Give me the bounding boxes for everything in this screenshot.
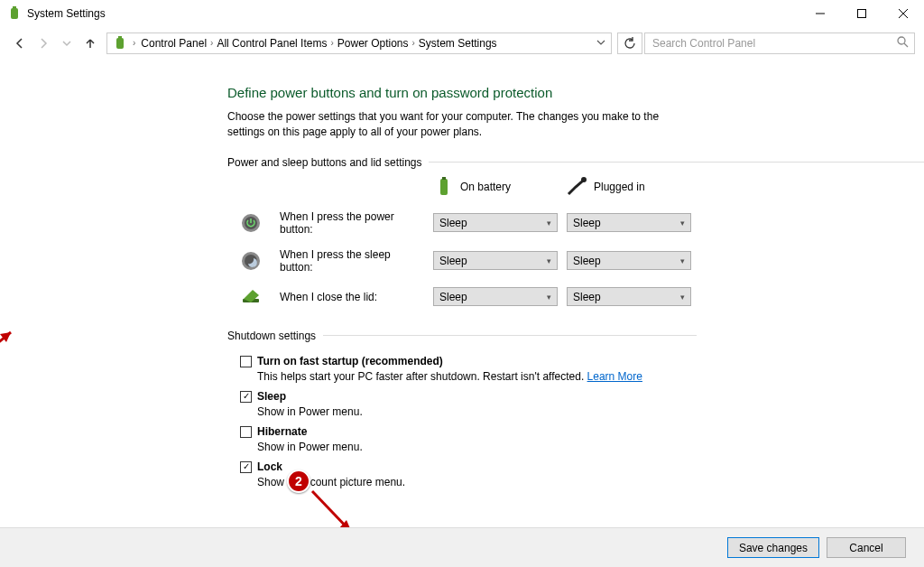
forward-button[interactable] (32, 33, 54, 54)
sleep-button-icon (240, 250, 262, 272)
search-input[interactable] (651, 36, 909, 51)
col-on-battery: On battery (460, 181, 511, 193)
plug-icon (567, 176, 588, 198)
power-plan-icon (113, 36, 127, 51)
svg-line-9 (904, 43, 908, 47)
breadcrumb[interactable]: System Settings (419, 37, 497, 50)
breadcrumb[interactable]: All Control Panel Items (217, 37, 327, 50)
up-button[interactable] (79, 33, 101, 54)
chevron-down-icon: ▾ (680, 218, 685, 228)
svg-point-12 (581, 177, 587, 182)
lid-icon (240, 286, 262, 308)
search-icon (897, 36, 909, 51)
page-heading: Define power buttons and turn on passwor… (227, 85, 924, 100)
power-button-battery-select[interactable]: Sleep▾ (433, 213, 558, 232)
hibernate-checkbox[interactable] (240, 426, 252, 438)
svg-rect-3 (858, 10, 866, 18)
back-button[interactable] (9, 33, 31, 54)
search-box[interactable] (644, 33, 915, 54)
power-button-plugged-select[interactable]: Sleep▾ (567, 213, 691, 232)
hibernate-desc: Show in Power menu. (257, 441, 924, 453)
svg-rect-6 (116, 38, 124, 49)
chevron-down-icon[interactable] (596, 37, 605, 50)
breadcrumb[interactable]: Control Panel (141, 37, 207, 50)
close-lid-plugged-select[interactable]: Sleep▾ (567, 287, 691, 306)
svg-rect-0 (11, 8, 18, 19)
svg-marker-19 (0, 332, 11, 342)
chevron-down-icon: ▾ (680, 293, 685, 302)
sleep-checkbox[interactable] (240, 391, 252, 403)
power-plan-icon (7, 6, 22, 21)
save-changes-button[interactable]: Save changes (727, 537, 819, 558)
svg-rect-1 (13, 6, 16, 9)
recent-locations-button[interactable] (56, 33, 78, 54)
lock-desc: Show in account picture menu. (257, 476, 924, 488)
sleep-button-plugged-select[interactable]: Sleep▾ (567, 251, 691, 270)
refresh-button[interactable] (617, 33, 642, 54)
lock-checkbox[interactable] (240, 461, 252, 473)
minimize-button[interactable] (799, 0, 841, 27)
fast-startup-label: Turn on fast startup (recommended) (257, 355, 443, 367)
chevron-down-icon: ▾ (547, 256, 551, 265)
learn-more-link[interactable]: Learn More (587, 370, 642, 383)
page-description: Choose the power settings that you want … (227, 109, 679, 140)
svg-rect-11 (442, 177, 446, 180)
breadcrumb[interactable]: Power Options (337, 37, 409, 50)
address-bar[interactable]: › Control Panel› All Control Panel Items… (106, 33, 612, 54)
battery-icon (433, 176, 455, 198)
section-power-buttons: Power and sleep buttons and lid settings (227, 156, 924, 169)
window-title: System Settings (27, 7, 106, 20)
svg-point-8 (898, 37, 905, 44)
lock-label: Lock (257, 460, 282, 473)
close-lid-battery-select[interactable]: Sleep▾ (433, 287, 558, 306)
section-shutdown-settings: Shutdown settings (227, 330, 697, 342)
power-button-icon (240, 212, 262, 234)
row-close-lid-label: When I close the lid: (280, 291, 424, 303)
chevron-down-icon: ▾ (547, 293, 551, 302)
fast-startup-desc: This helps start your PC faster after sh… (257, 370, 587, 383)
sleep-desc: Show in Power menu. (257, 405, 924, 418)
svg-rect-10 (440, 179, 448, 195)
hibernate-label: Hibernate (257, 425, 307, 438)
row-power-button-label: When I press the power button: (280, 210, 424, 236)
cancel-button[interactable]: Cancel (827, 537, 906, 558)
maximize-button[interactable] (841, 0, 882, 27)
fast-startup-checkbox[interactable] (240, 356, 252, 367)
annotation-arrow-1 (0, 321, 27, 371)
chevron-right-icon: › (133, 38, 135, 48)
row-sleep-button-label: When I press the sleep button: (280, 248, 424, 274)
svg-rect-7 (118, 36, 122, 39)
sleep-label: Sleep (257, 390, 286, 403)
svg-line-18 (0, 332, 11, 365)
close-button[interactable] (882, 0, 924, 27)
sleep-button-battery-select[interactable]: Sleep▾ (433, 251, 558, 270)
chevron-down-icon: ▾ (680, 256, 685, 265)
chevron-down-icon: ▾ (547, 218, 551, 228)
col-plugged-in: Plugged in (594, 181, 645, 193)
